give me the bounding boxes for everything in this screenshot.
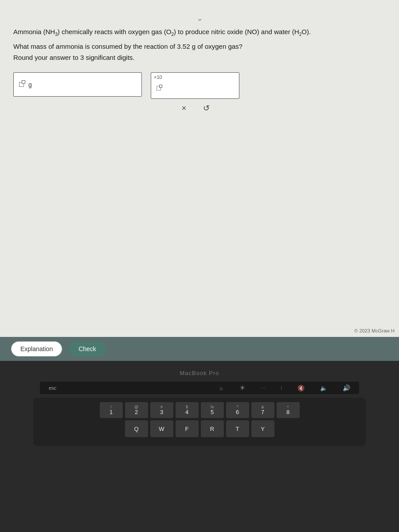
key-7[interactable]: & 7 bbox=[251, 402, 274, 418]
key-y[interactable]: Y bbox=[251, 420, 274, 437]
macbook-label: MacBook Pro bbox=[180, 370, 219, 376]
launchpad-icon[interactable]: ⁝ bbox=[281, 386, 282, 391]
instruction-text: Round your answer to 3 significant digit… bbox=[13, 54, 386, 61]
mission-control-icon[interactable]: ⋯ bbox=[261, 386, 265, 391]
copyright-text: © 2023 McGraw H bbox=[354, 328, 395, 333]
answer-row: □ g ×10 □ × ↺ bbox=[13, 72, 386, 115]
brightness-high-icon[interactable]: ☀ bbox=[239, 384, 245, 392]
key-8[interactable]: * 8 bbox=[277, 402, 300, 418]
input-bracket-icon: □ bbox=[19, 80, 24, 89]
key-3[interactable]: # 3 bbox=[150, 402, 173, 418]
exponent-bracket-icon: □ bbox=[156, 84, 161, 92]
touchbar: esc ☼ ☀ ⋯ ⁝ 🔇 🔈 🔊 bbox=[40, 382, 359, 394]
laptop-bezel: MacBook Pro esc ☼ ☀ ⋯ ⁝ 🔇 🔈 🔊 ! 1 @ 2 # bbox=[0, 361, 399, 532]
check-button[interactable]: Check bbox=[69, 342, 106, 356]
bottom-toolbar: Explanation Check bbox=[0, 337, 399, 361]
exponent-input-box[interactable]: ×10 □ bbox=[151, 72, 239, 99]
key-2[interactable]: @ 2 bbox=[125, 402, 148, 418]
main-answer-box[interactable]: □ g bbox=[13, 72, 142, 97]
action-buttons-row: × ↺ bbox=[151, 102, 239, 115]
volume-high-icon[interactable]: 🔊 bbox=[343, 384, 350, 391]
key-q[interactable]: Q bbox=[125, 420, 148, 437]
brightness-low-icon[interactable]: ☼ bbox=[219, 385, 224, 391]
key-5[interactable]: % 5 bbox=[201, 402, 224, 418]
clear-button[interactable]: × bbox=[177, 102, 191, 115]
question-text: What mass of ammonia is consumed by the … bbox=[13, 43, 386, 50]
key-f[interactable]: F bbox=[176, 420, 199, 437]
exponent-label: ×10 bbox=[154, 74, 162, 80]
number-row: ! 1 @ 2 # 3 $ 4 % 5 ^ 6 bbox=[40, 402, 359, 418]
unit-label: g bbox=[28, 81, 32, 88]
content-area: ⌄ Ammonia (NH3) chemically reacts with o… bbox=[0, 0, 399, 337]
key-1[interactable]: ! 1 bbox=[100, 402, 123, 418]
key-r[interactable]: R bbox=[201, 420, 224, 437]
mute-icon[interactable]: 🔇 bbox=[297, 385, 305, 391]
problem-statement: Ammonia (NH3) chemically reacts with oxy… bbox=[13, 27, 386, 38]
volume-low-icon[interactable]: 🔈 bbox=[320, 385, 327, 391]
chevron-down-icon: ⌄ bbox=[13, 13, 386, 23]
esc-key[interactable]: esc bbox=[49, 385, 56, 391]
alpha-row: Q W F R T Y bbox=[40, 420, 359, 437]
key-t[interactable]: T bbox=[226, 420, 249, 437]
keyboard: ! 1 @ 2 # 3 $ 4 % 5 ^ 6 bbox=[33, 398, 366, 446]
key-4[interactable]: $ 4 bbox=[176, 402, 199, 418]
undo-button[interactable]: ↺ bbox=[200, 102, 213, 115]
key-w[interactable]: W bbox=[150, 420, 173, 437]
key-6[interactable]: ^ 6 bbox=[226, 402, 249, 418]
exponent-box-container: ×10 □ × ↺ bbox=[151, 72, 239, 115]
explanation-button[interactable]: Explanation bbox=[11, 341, 62, 356]
